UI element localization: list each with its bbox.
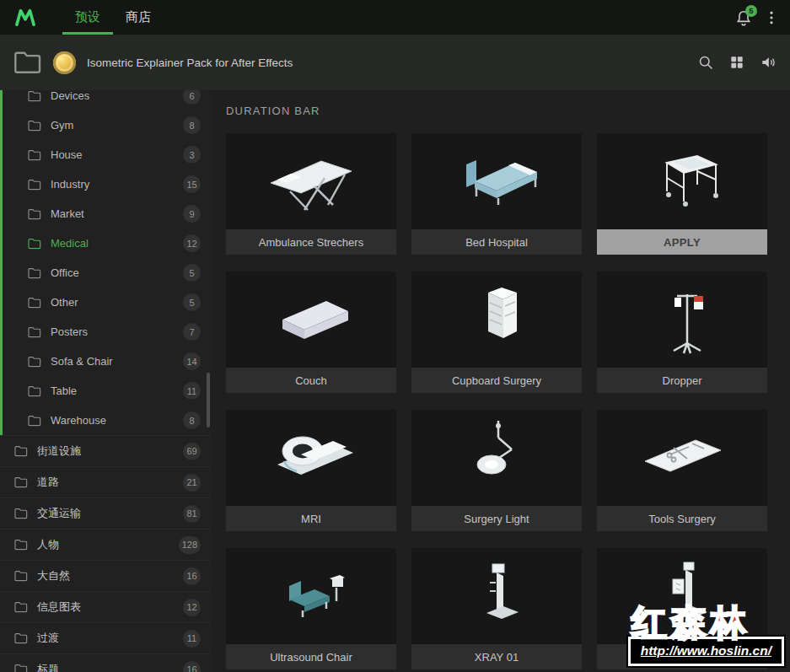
pack-thumbnail	[53, 51, 76, 74]
folder-icon	[14, 539, 28, 551]
preset-preview	[597, 271, 767, 368]
folder-icon	[28, 267, 41, 279]
preset-title: Tools Surgery	[597, 506, 767, 531]
count-badge: 11	[183, 382, 201, 400]
body-layout: Devices 6 Gym 8 House 3 Industry 15 Mark…	[0, 90, 790, 672]
preset-card-ultrasound-chair[interactable]: Ultrasound Chair	[226, 548, 396, 669]
count-badge: 12	[183, 599, 201, 616]
preset-card-mri[interactable]: MRI	[226, 410, 396, 531]
preset-card-dropper[interactable]: Dropper	[597, 271, 767, 393]
sidebar-item-gym[interactable]: Gym 8	[0, 110, 211, 140]
hospital-bed-icon	[429, 139, 564, 223]
sidebar-item-medical[interactable]: Medical 12	[0, 228, 211, 258]
folder-icon	[28, 385, 41, 397]
sidebar-item-label: 交通运输	[37, 506, 81, 521]
folder-icon	[14, 508, 28, 519]
preset-title: Ultrasound Chair	[226, 644, 396, 669]
sidebar-item-label: Gym	[51, 119, 73, 132]
sidebar-item-house[interactable]: House 3	[0, 140, 211, 169]
folder-icon	[28, 238, 41, 250]
count-badge: 69	[183, 443, 201, 460]
count-badge: 5	[183, 293, 201, 311]
iv-dropper-icon	[615, 277, 750, 362]
category-sidebar: Devices 6 Gym 8 House 3 Industry 15 Mark…	[0, 90, 211, 672]
preset-card-tools-surgery[interactable]: Tools Surgery	[597, 410, 767, 531]
sidebar-item-label: 过渡	[37, 631, 59, 646]
sidebar-item-devices[interactable]: Devices 6	[0, 90, 211, 110]
xray-machine-icon	[429, 554, 564, 638]
preset-title: Dropper	[597, 368, 767, 393]
notification-badge: 5	[745, 5, 757, 17]
folder-icon	[14, 570, 28, 582]
preset-card-surgery-light[interactable]: Surgery Light	[411, 410, 582, 531]
tab-presets[interactable]: 预设	[62, 0, 113, 35]
preset-preview	[597, 410, 767, 506]
grid-view-icon[interactable]	[728, 54, 745, 71]
sidebar-item-nature[interactable]: 大自然 16	[0, 561, 211, 592]
count-badge: 6	[183, 90, 201, 105]
topbar-actions: 5	[734, 0, 790, 35]
sidebar-item-office[interactable]: Office 5	[0, 258, 211, 288]
count-badge: 8	[183, 411, 201, 429]
notifications-button[interactable]: 5	[734, 8, 753, 27]
count-badge: 81	[183, 505, 201, 523]
folder-icon	[14, 476, 28, 488]
mri-icon	[244, 416, 379, 500]
sidebar-item-label: Table	[51, 384, 77, 397]
apply-button[interactable]: APPLY	[597, 229, 767, 255]
preset-card-couch[interactable]: Couch	[226, 271, 396, 393]
sidebar-item-street-facilities[interactable]: 街道设施 69	[0, 436, 211, 467]
preset-card-xray-01[interactable]: XRAY 01	[411, 548, 582, 669]
main-tabs: 预设 商店	[62, 0, 164, 35]
sound-icon[interactable]	[760, 54, 777, 71]
sidebar-item-market[interactable]: Market 9	[0, 199, 211, 228]
count-badge: 16	[183, 567, 201, 585]
preset-title: Ambulance Strechers	[226, 229, 396, 255]
folder-icon	[14, 445, 28, 457]
header-actions	[697, 54, 777, 71]
sidebar-scrollbar[interactable]	[207, 373, 210, 427]
category-list: 街道设施 69 道路 21 交通运输 81 人物 128 大自然 16	[0, 435, 211, 672]
count-badge: 5	[183, 264, 201, 282]
preset-preview	[411, 548, 582, 644]
folder-icon	[28, 90, 41, 102]
count-badge: 15	[183, 175, 201, 193]
preset-preview	[226, 271, 396, 368]
active-group-indicator	[0, 90, 3, 435]
sidebar-item-sofa-chair[interactable]: Sofa & Chair 14	[0, 347, 211, 376]
search-icon[interactable]	[697, 54, 714, 71]
sidebar-item-label: House	[51, 148, 83, 161]
tab-store[interactable]: 商店	[113, 0, 164, 35]
preset-card-ambulance-strechers[interactable]: Ambulance Strechers	[226, 133, 396, 255]
preset-card-cupboard-surgery[interactable]: Cupboard Surgery	[411, 271, 582, 393]
sidebar-item-transport[interactable]: 交通运输 81	[0, 498, 211, 530]
sidebar-item-transitions[interactable]: 过渡 11	[0, 623, 211, 654]
sidebar-item-label: Market	[51, 207, 84, 220]
sidebar-item-people[interactable]: 人物 128	[0, 530, 211, 561]
sidebar-item-label: 大自然	[37, 568, 70, 583]
count-badge: 21	[183, 474, 201, 492]
kebab-menu-icon[interactable]	[763, 9, 780, 26]
sidebar-item-label: Warehouse	[51, 414, 106, 427]
watermark: 红森林 http://www.hoslin.cn/	[628, 604, 784, 666]
sidebar-item-titles[interactable]: 标题 16	[0, 654, 211, 672]
folder-icon	[14, 632, 28, 644]
preset-title: XRAY 01	[411, 644, 582, 669]
sidebar-item-label: Office	[51, 266, 79, 279]
preset-card-hovered[interactable]: APPLY	[597, 133, 767, 255]
count-badge: 12	[183, 234, 201, 252]
sidebar-item-table[interactable]: Table 11	[0, 376, 211, 406]
count-badge: 3	[183, 146, 201, 164]
folder-icon	[28, 179, 41, 191]
sidebar-item-posters[interactable]: Posters 7	[0, 317, 211, 347]
sidebar-item-roads[interactable]: 道路 21	[0, 467, 211, 498]
sidebar-item-warehouse[interactable]: Warehouse 8	[0, 406, 211, 435]
sidebar-item-other[interactable]: Other 5	[0, 288, 211, 317]
sidebar-item-label: Other	[51, 296, 78, 309]
sidebar-item-infographics[interactable]: 信息图表 12	[0, 592, 211, 623]
count-badge: 9	[183, 205, 201, 223]
preset-card-bed-hospital[interactable]: Bed Hospital	[411, 133, 582, 255]
sidebar-item-industry[interactable]: Industry 15	[0, 169, 211, 199]
stretcher-icon	[244, 139, 379, 223]
pack-title: Isometric Explainer Pack for After Effec…	[87, 56, 293, 69]
